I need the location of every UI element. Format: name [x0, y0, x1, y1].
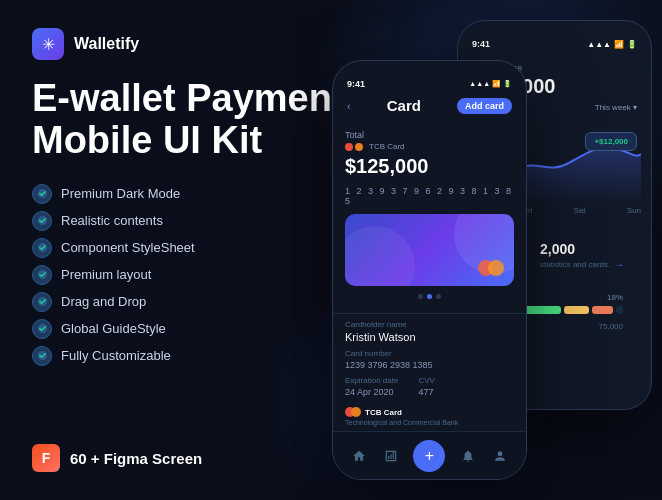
feature-dark-mode: Premium Dark Mode [32, 184, 272, 204]
tcb-dot2 [355, 143, 363, 151]
feature-drag-drop: Drag and Drop [32, 292, 272, 312]
home-nav-icon[interactable] [349, 446, 369, 466]
card-dot-active [427, 294, 432, 299]
card-section: Total TCB Card $125,000 1 2 3 9 3 7 9 6 … [333, 122, 526, 313]
week-selector: This week ▾ [595, 103, 637, 112]
feature-label: Global GuideStyle [61, 321, 166, 336]
total-label: Total [345, 130, 514, 140]
phones-mockup: 9:41 ▲▲▲ 📶 🔋 You Balance $175,000 ↑ 12% … [292, 0, 662, 500]
check-icon [32, 319, 52, 339]
tcb-dot1 [345, 143, 353, 151]
check-icon [32, 211, 52, 231]
expiry-date: 24 Apr 2020 [345, 387, 398, 397]
expiry-label: Expiration date [345, 376, 398, 385]
feature-layout: Premium layout [32, 265, 272, 285]
stat-amount: 2,000 [540, 241, 637, 257]
cvv-label: CVV [418, 376, 434, 385]
feature-stylesheet: Component StyleSheet [32, 238, 272, 258]
check-icon [32, 238, 52, 258]
bell-nav-icon[interactable] [458, 446, 478, 466]
chart-nav-icon[interactable] [381, 446, 401, 466]
cardholder-section: Cardholder name Kristin Watson Card numb… [333, 313, 526, 432]
feature-label: Component StyleSheet [61, 240, 195, 255]
feature-label: Premium Dark Mode [61, 186, 180, 201]
notch-front [395, 61, 465, 71]
card-number-value: 1239 3796 2938 1385 [345, 360, 514, 370]
cardholder-name: Kristin Watson [345, 331, 514, 343]
chart-tooltip: +$12,000 [585, 132, 637, 151]
screen-count: 60 + Figma Screen [70, 450, 202, 467]
main-container: ✳ Walletify E-wallet Payment Mobile UI K… [0, 0, 662, 500]
feature-label: Realistic contents [61, 213, 163, 228]
brand-name: Walletify [74, 35, 139, 53]
expiry-cvv-row: Expiration date 24 Apr 2020 CVV 477 [345, 376, 514, 403]
phone-page-title: Card [387, 97, 421, 114]
phone-front: 9:41 ▲▲▲ 📶 🔋 ‹ Card Add card Total [332, 60, 527, 480]
feature-customizable: Fully Customizable [32, 346, 272, 366]
logo-icon: ✳ [32, 28, 64, 60]
cardholder-label: Cardholder name [345, 320, 514, 329]
add-nav-button[interactable]: + [413, 440, 445, 472]
check-icon [32, 265, 52, 285]
card-dot [418, 294, 423, 299]
progress-bar-red [592, 306, 613, 314]
status-bar-front: 9:41 ▲▲▲ 📶 🔋 [333, 71, 526, 93]
bank-full-name: Technological and Commercial Bank [345, 419, 514, 426]
check-icon [32, 184, 52, 204]
add-card-button[interactable]: Add card [457, 98, 512, 114]
card-bank-label: TCB Card [369, 142, 405, 151]
person-nav-icon[interactable] [490, 446, 510, 466]
card-dot [436, 294, 441, 299]
credit-card-visual [345, 214, 514, 286]
feature-realistic: Realistic contents [32, 211, 272, 231]
figma-icon: F [32, 444, 60, 472]
check-icon [32, 292, 52, 312]
card-number-display: 1 2 3 9 3 7 9 6 2 9 3 8 1 3 8 5 [345, 186, 514, 206]
progress-bar-empty [616, 306, 623, 314]
card-circle-2 [488, 260, 504, 276]
bank-row: TCB Card [345, 407, 514, 417]
card-number-label: Card number [345, 349, 514, 358]
card-total-amount: $125,000 [345, 155, 514, 178]
progress-bar-yellow [564, 306, 589, 314]
card-dots [345, 294, 514, 299]
bank-label: TCB Card [365, 408, 402, 417]
back-button[interactable]: ‹ [347, 100, 351, 112]
bank-icon-dot2 [351, 407, 361, 417]
feature-label: Premium layout [61, 267, 151, 282]
footer: F 60 + Figma Screen [32, 444, 202, 472]
feature-label: Drag and Drop [61, 294, 146, 309]
check-icon [32, 346, 52, 366]
status-bar-back: 9:41 ▲▲▲ 📶 🔋 [458, 31, 651, 53]
cvv-value: 477 [418, 387, 434, 397]
features-list: Premium Dark Mode Realistic contents Com… [32, 184, 272, 366]
nav-bar: ‹ Card Add card [333, 93, 526, 122]
bottom-nav: + [333, 431, 526, 479]
notch-back [520, 21, 590, 31]
feature-label: Fully Customizable [61, 348, 171, 363]
feature-guide: Global GuideStyle [32, 319, 272, 339]
